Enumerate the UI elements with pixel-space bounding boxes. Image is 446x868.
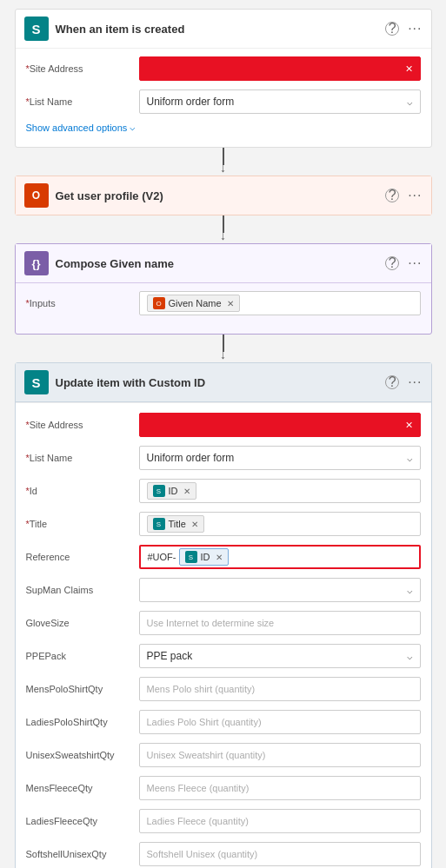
update-sp-icon: S <box>24 370 49 394</box>
ladies-fleece-placeholder: Ladies Fleece (quantity) <box>147 816 249 826</box>
ppe-pack-chevron-icon: ⌵ <box>407 651 413 662</box>
show-advanced-chevron-icon: ⌵ <box>130 122 136 133</box>
reference-row: Reference #UOF- S ID ✕ <box>26 544 421 570</box>
mens-fleece-placeholder: Meens Fleece (quantity) <box>147 783 250 793</box>
ppe-pack-input[interactable]: PPE pack ⌵ <box>139 644 421 668</box>
site-address-clear-icon[interactable]: ✕ <box>405 63 413 75</box>
mens-fleece-label: MensFleeceQty <box>26 783 139 793</box>
trigger-header-actions: ? ··· <box>385 21 422 36</box>
reference-id-token-remove-icon[interactable]: ✕ <box>216 553 223 562</box>
office-token-icon: O <box>153 297 165 309</box>
update-help-icon[interactable]: ? <box>385 375 399 389</box>
connector-2: ↓ <box>220 215 226 243</box>
update-card: S Update item with Custom ID ? ··· *Site… <box>15 362 432 868</box>
id-token-remove-icon[interactable]: ✕ <box>183 487 190 496</box>
sp-token-icon-title: S <box>153 518 165 530</box>
mens-fleece-input[interactable]: Meens Fleece (quantity) <box>139 776 421 800</box>
update-id-input[interactable]: S ID ✕ <box>139 479 421 503</box>
get-user-card-header: O Get user profile (V2) ? ··· <box>16 176 431 215</box>
get-user-help-icon[interactable]: ? <box>385 189 399 202</box>
compose-header-actions: ? ··· <box>385 255 422 271</box>
title-token: S Title ✕ <box>147 515 204 533</box>
list-name-row: *List Name Uniform order form ⌵ <box>26 89 421 115</box>
site-address-label: *Site Address <box>26 63 139 74</box>
mens-polo-row: MensPoloShirtQty Mens Polo shirt (quanti… <box>26 676 421 702</box>
trigger-card: S When an item is created ? ··· *Site Ad… <box>15 9 432 148</box>
update-card-body: *Site Address ✕ *List Name Uniform order… <box>16 402 431 868</box>
ladies-fleece-input[interactable]: Ladies Fleece (quantity) <box>139 809 421 833</box>
compose-help-icon[interactable]: ? <box>385 256 399 270</box>
inputs-field[interactable]: O Given Name ✕ <box>139 291 421 315</box>
office-icon: O <box>24 183 49 208</box>
given-name-token-label: Given Name <box>169 298 222 308</box>
site-address-row: *Site Address ✕ <box>26 56 421 82</box>
trigger-menu-icon[interactable]: ··· <box>408 21 422 36</box>
reference-prefix: #UOF- S ID ✕ <box>148 548 229 566</box>
title-token-label: Title <box>169 519 186 529</box>
ladies-polo-placeholder: Ladies Polo Shirt (quantity) <box>147 717 262 727</box>
ladies-polo-label: LadiesPoloShirtQty <box>26 717 139 727</box>
get-user-card: O Get user profile (V2) ? ··· <box>15 176 432 215</box>
list-name-chevron-icon: ⌵ <box>407 96 413 108</box>
given-name-token-remove-icon[interactable]: ✕ <box>227 299 234 308</box>
update-card-header: S Update item with Custom ID ? ··· <box>16 363 431 402</box>
ladies-fleece-label: LadiesFleeceQty <box>26 816 139 826</box>
ladies-polo-input[interactable]: Ladies Polo Shirt (quantity) <box>139 710 421 734</box>
ladies-fleece-row: LadiesFleeceQty Ladies Fleece (quantity) <box>26 808 421 834</box>
update-site-clear-icon[interactable]: ✕ <box>405 420 413 431</box>
glove-size-label: GloveSize <box>26 618 139 628</box>
compose-card-title: Compose Given name <box>56 257 379 270</box>
reference-input[interactable]: #UOF- S ID ✕ <box>139 545 421 569</box>
get-user-menu-icon[interactable]: ··· <box>408 188 422 203</box>
update-list-input[interactable]: Uniform order form ⌵ <box>139 446 421 470</box>
site-address-input[interactable]: ✕ <box>139 56 421 81</box>
mens-fleece-row: MensFleeceQty Meens Fleece (quantity) <box>26 775 421 801</box>
compose-card-body: *Inputs O Given Name ✕ <box>16 282 431 334</box>
update-list-chevron-icon: ⌵ <box>407 453 413 464</box>
reference-id-token-label: ID <box>201 552 210 562</box>
compose-card-header: {} Compose Given name ? ··· <box>16 244 431 282</box>
supman-claims-row: SupMan Claims ⌵ <box>26 577 421 603</box>
unisex-sweatshirt-input[interactable]: Unisex Sweatshirt (quantity) <box>139 743 421 767</box>
get-user-card-title: Get user profile (V2) <box>56 189 379 202</box>
title-token-remove-icon[interactable]: ✕ <box>191 520 198 529</box>
sp-token-icon-id: S <box>153 485 165 497</box>
update-list-label: *List Name <box>26 453 139 463</box>
trigger-help-icon[interactable]: ? <box>385 22 399 36</box>
ppe-pack-label: PPEPack <box>26 651 139 661</box>
trigger-card-header: S When an item is created ? ··· <box>16 10 431 48</box>
reference-hash-text: #UOF- <box>148 552 176 562</box>
update-list-name-row: *List Name Uniform order form ⌵ <box>26 445 421 471</box>
supman-claims-input[interactable]: ⌵ <box>139 578 421 602</box>
show-advanced-link[interactable]: Show advanced options ⌵ <box>26 122 421 133</box>
compose-menu-icon[interactable]: ··· <box>408 255 422 271</box>
compose-icon: {} <box>24 251 49 275</box>
trigger-card-title: When an item is created <box>56 23 379 36</box>
list-name-input[interactable]: Uniform order form ⌵ <box>139 89 421 114</box>
update-site-label: *Site Address <box>26 420 139 430</box>
glove-size-input[interactable]: Use Internet to determine size <box>139 611 421 635</box>
list-name-label: *List Name <box>26 96 139 107</box>
update-id-label: *Id <box>26 486 139 496</box>
update-site-address-row: *Site Address ✕ <box>26 412 421 438</box>
update-list-value: Uniform order form <box>147 452 235 464</box>
id-token-label: ID <box>169 486 178 496</box>
softshell-label: SoftshellUnisexQty <box>26 849 139 859</box>
update-id-row: *Id S ID ✕ <box>26 478 421 504</box>
softshell-input[interactable]: Softshell Unisex (quantity) <box>139 842 421 866</box>
update-menu-icon[interactable]: ··· <box>408 374 422 390</box>
update-title-input[interactable]: S Title ✕ <box>139 512 421 536</box>
ladies-polo-row: LadiesPoloShirtQty Ladies Polo Shirt (qu… <box>26 709 421 735</box>
supman-claims-label: SupMan Claims <box>26 585 139 595</box>
update-site-input[interactable]: ✕ <box>139 413 421 437</box>
mens-polo-placeholder: Mens Polo shirt (quantity) <box>147 684 256 694</box>
sp-token-icon-ref: S <box>185 551 197 563</box>
update-title-row: *Title S Title ✕ <box>26 511 421 537</box>
update-header-actions: ? ··· <box>385 374 422 390</box>
arrow-down-icon-3: ↓ <box>220 348 226 361</box>
get-user-header-actions: ? ··· <box>385 188 422 203</box>
mens-polo-label: MensPoloShirtQty <box>26 684 139 694</box>
list-name-value: Uniform order form <box>147 96 235 108</box>
reference-label: Reference <box>26 552 139 562</box>
mens-polo-input[interactable]: Mens Polo shirt (quantity) <box>139 677 421 701</box>
